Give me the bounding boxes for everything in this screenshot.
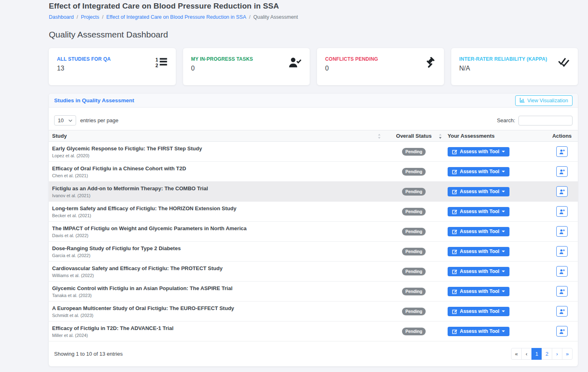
search-input[interactable] bbox=[518, 116, 573, 125]
caret-down-icon bbox=[502, 191, 505, 194]
column-header-study[interactable]: Study bbox=[49, 130, 383, 142]
assign-reviewer-button[interactable] bbox=[556, 266, 568, 277]
assign-reviewer-button[interactable] bbox=[556, 186, 568, 197]
breadcrumb-project[interactable]: Effect of Integrated Care on Blood Press… bbox=[106, 14, 246, 20]
breadcrumb-projects[interactable]: Projects bbox=[81, 14, 99, 20]
status-badge: Pending bbox=[402, 288, 425, 295]
stat-label: MY IN-PROGRESS TASKS bbox=[191, 56, 302, 62]
assign-reviewer-button[interactable] bbox=[556, 246, 568, 257]
assign-reviewer-button[interactable] bbox=[556, 206, 568, 217]
table-row: Cardiovascular Safety and Efficacy of Fi… bbox=[49, 262, 578, 282]
caret-down-icon bbox=[502, 171, 505, 174]
column-header-overall-status[interactable]: Overall Status bbox=[383, 130, 444, 142]
user-plus-icon bbox=[559, 189, 565, 194]
study-authors: Garcia et al. (2022) bbox=[52, 253, 380, 258]
caret-down-icon bbox=[502, 271, 505, 274]
assign-reviewer-button[interactable] bbox=[556, 306, 568, 317]
assign-reviewer-button[interactable] bbox=[556, 326, 568, 337]
caret-down-icon bbox=[502, 231, 505, 234]
assign-reviewer-button[interactable] bbox=[556, 226, 568, 237]
status-badge: Pending bbox=[402, 308, 425, 315]
study-title: Long-term Safety and Efficacy of Fictigl… bbox=[52, 205, 380, 211]
stat-value: 13 bbox=[57, 65, 168, 72]
assign-reviewer-button[interactable] bbox=[556, 146, 568, 157]
assign-reviewer-button[interactable] bbox=[556, 286, 568, 297]
assess-with-tool-button[interactable]: Assess with Tool bbox=[448, 287, 509, 296]
pagination-last-button[interactable]: » bbox=[562, 348, 573, 360]
study-authors: Williams et al. (2022) bbox=[52, 273, 380, 278]
stat-card-conflicts: CONFLICTS PENDING 0 bbox=[317, 48, 444, 85]
caret-down-icon bbox=[502, 251, 505, 254]
user-plus-icon bbox=[559, 309, 565, 314]
edit-icon bbox=[452, 229, 457, 234]
svg-text:2: 2 bbox=[155, 63, 158, 68]
assess-with-tool-button[interactable]: Assess with Tool bbox=[448, 247, 509, 256]
view-visualization-label: View Visualization bbox=[527, 98, 568, 103]
status-badge: Pending bbox=[402, 148, 425, 156]
user-plus-icon bbox=[559, 169, 565, 174]
study-title: Fictiglu as an Add-on to Metformin Thera… bbox=[52, 185, 380, 192]
stat-card-all-studies: ALL STUDIES FOR QA 13 1 2 bbox=[49, 48, 176, 85]
study-title: Early Glycemic Response to Fictiglu: The… bbox=[52, 145, 380, 152]
pagination-page-2[interactable]: 2 bbox=[542, 348, 552, 360]
column-header-your-assessments: Your Assessments bbox=[444, 130, 546, 142]
table-row: Efficacy of Oral Fictiglu in a Chinese C… bbox=[49, 162, 578, 182]
study-authors: Ivanov et al. (2021) bbox=[52, 193, 380, 198]
edit-icon bbox=[452, 209, 457, 214]
user-plus-icon bbox=[559, 269, 565, 274]
edit-icon bbox=[452, 249, 457, 254]
caret-down-icon bbox=[502, 330, 505, 334]
study-title: The IMPACT of Fictiglu on Weight and Gly… bbox=[52, 225, 380, 231]
study-title: Glycemic Control with Fictiglu in an Asi… bbox=[52, 285, 380, 291]
studies-table: Study Overall Status bbox=[49, 130, 578, 341]
page-title: Quality Assessment Dashboard bbox=[49, 30, 578, 40]
studies-card: Studies in Quality Assessment View Visua… bbox=[49, 94, 578, 366]
status-badge: Pending bbox=[402, 168, 425, 176]
study-authors: Davis et al. (2022) bbox=[52, 233, 380, 238]
breadcrumb-dashboard[interactable]: Dashboard bbox=[49, 14, 74, 20]
stat-card-kappa: INTER-RATER RELIABILITY (KAPPA) N/A bbox=[451, 48, 578, 85]
breadcrumb-separator: / bbox=[249, 14, 250, 20]
assign-reviewer-button[interactable] bbox=[556, 166, 568, 177]
edit-icon bbox=[452, 269, 457, 274]
view-visualization-button[interactable]: View Visualization bbox=[515, 95, 573, 106]
table-controls: 10 entries per page Search: bbox=[49, 108, 578, 130]
stat-value: 0 bbox=[191, 65, 302, 72]
assess-with-tool-button[interactable]: Assess with Tool bbox=[448, 267, 509, 276]
search-label: Search: bbox=[497, 117, 515, 123]
project-title: Effect of Integrated Care on Blood Press… bbox=[49, 2, 578, 11]
ordered-list-icon: 1 2 bbox=[155, 57, 168, 69]
study-authors: Miller et al. (2024) bbox=[52, 333, 380, 338]
user-plus-icon bbox=[559, 289, 565, 294]
assess-with-tool-button[interactable]: Assess with Tool bbox=[448, 167, 509, 176]
assess-with-tool-button[interactable]: Assess with Tool bbox=[448, 227, 509, 236]
entries-per-page-label: entries per page bbox=[80, 117, 118, 123]
assess-with-tool-button[interactable]: Assess with Tool bbox=[448, 207, 509, 216]
user-plus-icon bbox=[559, 249, 565, 254]
chart-icon bbox=[520, 97, 525, 104]
study-authors: Tanaka et al. (2023) bbox=[52, 293, 380, 298]
pagination: « ‹ 1 2 › » bbox=[511, 348, 573, 360]
pagination-first-button[interactable]: « bbox=[511, 348, 522, 360]
assess-with-tool-button[interactable]: Assess with Tool bbox=[448, 307, 509, 316]
pagination-page-1[interactable]: 1 bbox=[531, 348, 542, 360]
assess-with-tool-button[interactable]: Assess with Tool bbox=[448, 187, 509, 196]
user-plus-icon bbox=[559, 209, 565, 214]
studies-card-header: Studies in Quality Assessment View Visua… bbox=[49, 94, 578, 108]
table-row: Long-term Safety and Efficacy of Fictigl… bbox=[49, 202, 578, 222]
entries-summary: Showing 1 to 10 of 13 entries bbox=[54, 351, 122, 357]
study-title: A European Multicenter Study of Oral Fic… bbox=[52, 305, 380, 311]
caret-down-icon bbox=[502, 291, 505, 294]
stat-value: N/A bbox=[459, 65, 570, 72]
user-check-icon bbox=[289, 57, 302, 69]
pagination-next-button[interactable]: › bbox=[552, 348, 562, 360]
assess-with-tool-button[interactable]: Assess with Tool bbox=[448, 147, 509, 156]
pagination-prev-button[interactable]: ‹ bbox=[521, 348, 532, 360]
table-row: Early Glycemic Response to Fictiglu: The… bbox=[49, 142, 578, 162]
status-badge: Pending bbox=[402, 188, 425, 196]
assess-with-tool-button[interactable]: Assess with Tool bbox=[448, 327, 509, 336]
study-authors: Lopez et al. (2020) bbox=[52, 153, 380, 158]
edit-icon bbox=[452, 149, 457, 154]
caret-down-icon bbox=[502, 151, 505, 154]
entries-per-page-select[interactable]: 10 bbox=[54, 115, 76, 125]
